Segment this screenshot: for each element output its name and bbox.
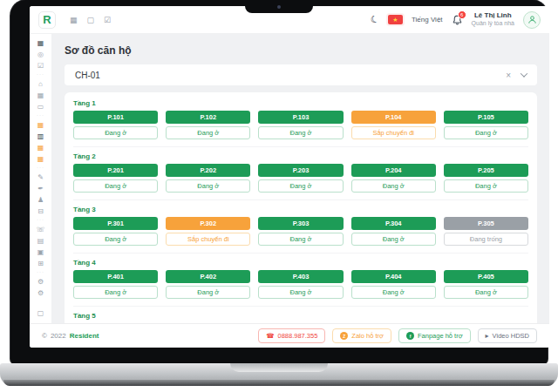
room-status-badge: Đang ở <box>351 286 436 299</box>
sidebar-grid-icon[interactable]: ▦ <box>37 91 44 101</box>
room-number: P.402 <box>166 270 250 283</box>
room-number: P.101 <box>73 111 158 124</box>
sidebar-assets-grid-icon[interactable]: ▦ <box>37 143 44 153</box>
sidebar-file-icon[interactable]: ▤ <box>37 236 44 247</box>
room-status-badge: Đang ở <box>166 179 250 193</box>
user-avatar[interactable] <box>523 11 541 29</box>
sidebar-home-icon[interactable]: ⌂ <box>38 79 43 90</box>
video-guide-button[interactable]: ▸Video HDSD <box>478 328 537 343</box>
sidebar-pen-icon[interactable]: ✎ <box>37 172 44 183</box>
room-card[interactable]: P.405Đang ở <box>444 270 528 299</box>
room-card[interactable]: P.103Đang ở <box>258 111 343 139</box>
sidebar-edit-icon[interactable]: ✒ <box>37 184 44 194</box>
room-card[interactable]: P.305Đang trống <box>444 217 528 246</box>
zalo-support-button[interactable]: ZZalo hỗ trợ <box>332 328 391 343</box>
sidebar-monitor-icon[interactable]: ▢ <box>37 309 44 317</box>
room-card[interactable]: P.105Đang ở <box>444 111 528 139</box>
room-card[interactable]: P.403Đang ở <box>258 270 343 299</box>
room-number: P.304 <box>351 217 436 230</box>
room-status-badge: Đang ở <box>73 233 158 246</box>
sidebar-bar-chart-icon[interactable]: ▥ <box>37 132 44 142</box>
building-select[interactable]: CH-01 × <box>65 64 537 85</box>
sidebar-settings-icon[interactable]: ⚙ <box>37 288 44 299</box>
sidebar-briefcase-icon[interactable]: ▣ <box>37 247 44 258</box>
floor-list: Tầng 1P.101Đang ởP.102Đang ởP.103Đang ởP… <box>73 94 528 348</box>
room-card[interactable]: P.303Đang ở <box>258 217 343 246</box>
fanpage-support-button[interactable]: fFanpage hỗ trợ <box>398 328 471 343</box>
floor-label: Tầng 4 <box>73 259 528 267</box>
room-card[interactable]: P.404Đang ở <box>351 270 436 299</box>
sidebar-people-icon[interactable]: ♟ <box>37 195 44 206</box>
brand-name[interactable]: Resident <box>70 332 99 340</box>
hotline-button[interactable]: ☎0888.987.355 <box>258 328 325 343</box>
room-card[interactable]: P.102Đang ở <box>166 111 250 139</box>
footer-button-label: Fanpage hỗ trợ <box>418 332 463 340</box>
room-card[interactable]: P.205Đang ở <box>444 164 528 193</box>
video-play-icon: ▸ <box>486 333 489 340</box>
room-card[interactable]: P.402Đang ở <box>166 270 250 299</box>
check-square-icon[interactable]: ☑ <box>104 16 111 24</box>
room-number: P.202 <box>166 164 250 177</box>
sidebar-gear-icon[interactable]: ⚙ <box>37 277 44 287</box>
room-number: P.102 <box>166 111 250 124</box>
room-card[interactable]: P.401Đang ở <box>73 270 158 299</box>
room-card[interactable]: P.104Sắp chuyển đi <box>351 111 436 139</box>
room-card[interactable]: P.202Đang ở <box>166 164 250 193</box>
room-number: P.302 <box>166 217 250 230</box>
floor-section: Tầng 1P.101Đang ởP.102Đang ởP.103Đang ởP… <box>73 94 528 147</box>
apps-grid-icon[interactable]: ▦ <box>70 16 78 24</box>
room-status-badge: Đang ở <box>258 126 343 139</box>
room-number: P.303 <box>258 217 343 230</box>
sidebar-card-icon[interactable]: ▭ <box>37 102 44 112</box>
user-name: Lê Thị Linh <box>474 11 512 20</box>
app-logo[interactable]: R <box>38 11 56 29</box>
footer-button-label: Zalo hỗ trợ <box>351 332 384 340</box>
notification-badge: 6 <box>458 10 466 19</box>
sidebar-dashboard-icon[interactable]: ▦ <box>37 38 44 49</box>
navbar-right-group: ☾ ★ Tiếng Việt 6 Lê Thị Linh Qu <box>371 11 541 29</box>
chevron-down-icon[interactable] <box>521 70 527 77</box>
room-number: P.403 <box>258 270 343 283</box>
laptop-base-edge <box>3 380 555 386</box>
room-card[interactable]: P.304Đang ở <box>351 217 436 246</box>
sidebar-group-divider: ··· <box>37 218 44 225</box>
laptop-mockup: R ▦▢☑ ☾ ★ Tiếng Việt 6 <box>0 0 558 392</box>
dark-mode-moon-icon[interactable]: ☾ <box>369 13 380 26</box>
room-status-badge: Đang ở <box>73 179 158 193</box>
floor-section: Tầng 3P.301Đang ởP.302Sắp chuyển điP.303… <box>73 200 528 253</box>
footer-button-label: Video HDSD <box>493 332 529 340</box>
room-card[interactable]: P.302Sắp chuyển đi <box>166 217 250 246</box>
room-number: P.201 <box>73 164 158 177</box>
sidebar-rooms-grid-icon[interactable]: ▦ <box>37 120 44 131</box>
room-status-badge: Đang ở <box>258 179 343 193</box>
clear-selection-icon[interactable]: × <box>506 71 511 80</box>
room-card[interactable]: P.204Đang ở <box>351 164 436 193</box>
room-status-badge: Đang ở <box>166 286 250 299</box>
room-status-badge: Đang ở <box>444 286 528 299</box>
sidebar-calendar-icon[interactable]: ⊞ <box>37 259 44 269</box>
footer-button-label: 0888.987.355 <box>277 332 317 340</box>
sidebar-car-icon[interactable]: ⊟ <box>37 206 44 217</box>
room-status-badge: Đang ở <box>444 126 528 139</box>
user-info[interactable]: Lê Thị Linh Quản lý tòa nhà <box>472 11 514 28</box>
room-card[interactable]: P.101Đang ở <box>73 111 158 139</box>
room-number: P.301 <box>73 217 158 230</box>
floor-section: Tầng 4P.401Đang ởP.402Đang ởP.403Đang ởP… <box>73 253 528 307</box>
vietnam-flag-icon[interactable]: ★ <box>388 15 403 24</box>
room-status-badge: Đang ở <box>73 286 158 299</box>
person-icon <box>527 15 537 24</box>
room-status-badge: Đang ở <box>351 179 436 193</box>
phone-icon: ☎ <box>266 332 274 340</box>
room-card[interactable]: P.301Đang ở <box>73 217 158 246</box>
language-label[interactable]: Tiếng Việt <box>412 16 443 24</box>
room-card[interactable]: P.203Đang ở <box>258 164 343 193</box>
room-card[interactable]: P.201Đang ở <box>73 164 158 193</box>
sidebar-checkbox-icon[interactable]: ☑ <box>37 61 44 71</box>
sidebar-phone-icon[interactable]: ☏ <box>36 225 44 235</box>
laptop-bezel: R ▦▢☑ ☾ ★ Tiếng Việt 6 <box>10 0 548 364</box>
notification-bell[interactable]: 6 <box>452 14 463 26</box>
sidebar-services-grid-icon[interactable]: ▦ <box>37 154 44 165</box>
sidebar-bell-icon[interactable]: ◎ <box>37 50 44 60</box>
window-icon[interactable]: ▢ <box>87 16 95 24</box>
room-number: P.104 <box>351 111 436 124</box>
